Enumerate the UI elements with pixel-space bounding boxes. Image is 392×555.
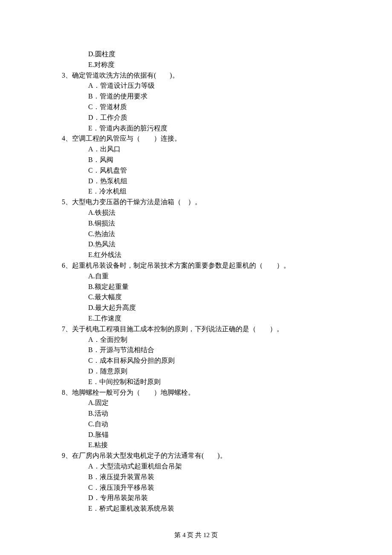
option-item: A．全面控制: [62, 335, 330, 345]
option-item: D．随意原则: [62, 366, 330, 377]
option-item: C．成本目标风险分担的原则: [62, 356, 330, 366]
question-stem: 7、关于机电工程项目施工成本控制的原则，下列说法正确的是（ ）。: [62, 324, 330, 335]
option-item: E.对称度: [62, 60, 330, 70]
option-item: B．管道的使用要求: [62, 91, 330, 102]
option-item: C．风机盘管: [62, 165, 330, 176]
option-item: C.自动: [62, 419, 330, 430]
option-item: B.活动: [62, 408, 330, 419]
option-item: D.胀锚: [62, 430, 330, 440]
page-footer: 第 4 页 共 12 页: [0, 530, 392, 540]
option-item: D．专用吊装架吊装: [62, 493, 330, 503]
option-item: E．冷水机组: [62, 186, 330, 197]
option-item: D.圆柱度: [62, 49, 330, 60]
option-item: C．液压顶升平移吊装: [62, 483, 330, 493]
option-item: E．桥式起重机改装系统吊装: [62, 503, 330, 514]
option-item: B.额定起重量: [62, 282, 330, 292]
option-item: A．大型流动式起重机组合吊架: [62, 461, 330, 472]
option-item: E.工作速度: [62, 313, 330, 324]
option-item: A.固定: [62, 398, 330, 408]
option-item: C.热油法: [62, 229, 330, 240]
option-item: A.自重: [62, 271, 330, 282]
option-item: A．管道设计压力等级: [62, 81, 330, 91]
option-item: E．中间控制和适时原则: [62, 377, 330, 387]
page-content: D.圆柱度 E.对称度 3、确定管道吹洗方法的依据有( )。 A．管道设计压力等…: [0, 0, 392, 514]
option-item: C.最大幅度: [62, 292, 330, 303]
question-stem: 6、起重机吊装设备时，制定吊装技术方案的重要参数是起重机的（ ）。: [62, 260, 330, 271]
option-item: B．液压提升装置吊装: [62, 472, 330, 483]
question-stem: 5、大型电力变压器的干燥方法是油箱（ ）。: [62, 197, 330, 208]
option-item: A．出风口: [62, 144, 330, 155]
option-item: D.最大起升高度: [62, 303, 330, 313]
option-item: D.热风法: [62, 239, 330, 250]
option-item: B．开源与节流相结合: [62, 345, 330, 356]
option-item: D．热泵机组: [62, 176, 330, 187]
question-stem: 3、确定管道吹洗方法的依据有( )。: [62, 70, 330, 81]
option-item: C．管道材质: [62, 102, 330, 113]
option-item: D．工作介质: [62, 113, 330, 123]
option-item: A.铁损法: [62, 208, 330, 218]
question-stem: 8、地脚螺栓一般可分为（ ）地脚螺栓。: [62, 387, 330, 398]
option-item: E.红外线法: [62, 250, 330, 260]
option-item: E．管道内表面的脏污程度: [62, 123, 330, 134]
option-item: B．风阀: [62, 155, 330, 165]
option-item: B.铜损法: [62, 218, 330, 229]
question-stem: 9、在厂房内吊装大型发电机定子的方法通常有( )。: [62, 451, 330, 461]
option-item: E.粘接: [62, 440, 330, 451]
question-stem: 4、空调工程的风管应与（ ）连接。: [62, 133, 330, 144]
